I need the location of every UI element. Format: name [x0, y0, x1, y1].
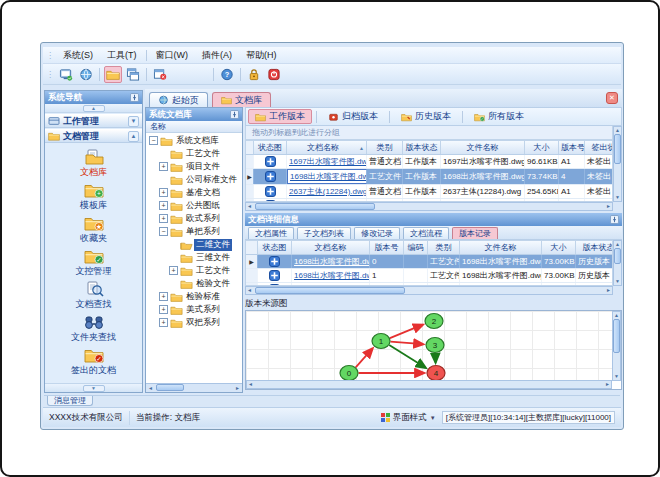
tree-column-header[interactable]: 名称	[146, 121, 242, 133]
tree-node-10[interactable]: +工艺文件	[146, 264, 242, 277]
table-row[interactable]: 2637主体(12284).dwg普通文档工作版本2637主体(12284).d…	[246, 185, 612, 199]
toolbar-button-globe-icon[interactable]	[77, 66, 95, 83]
scroll-thumb[interactable]	[614, 134, 621, 164]
version-node-3[interactable]: 3	[426, 338, 444, 353]
cell[interactable]: 2637主体(12284).dwg	[287, 185, 367, 198]
sidebar-item-0[interactable]: 文档库	[49, 147, 139, 180]
tree-node-7[interactable]: −单把系列	[146, 225, 242, 238]
column-header[interactable]: 文件名称	[441, 141, 525, 154]
expand-icon[interactable]: +	[169, 266, 178, 275]
version-node-4[interactable]: 4	[427, 366, 445, 381]
scroll-thumb[interactable]	[255, 203, 375, 210]
tree-node-14[interactable]: +双把系列	[146, 316, 242, 329]
column-header[interactable]: 版本号	[559, 141, 585, 154]
toolbar-button-open-folder-icon[interactable]	[104, 66, 122, 83]
expand-button[interactable]: ▼	[83, 385, 105, 392]
menu-item-1[interactable]: 工具(T)	[100, 49, 144, 61]
collapse-icon[interactable]: −	[149, 136, 158, 145]
column-header[interactable]: 大小	[542, 241, 576, 254]
sidebar-item-5[interactable]: 文件夹查找	[49, 312, 139, 345]
documents-grid-vscrollbar[interactable]: ▲ ▼	[613, 126, 622, 202]
tree-node-4[interactable]: +基准文档	[146, 186, 242, 199]
scroll-right-icon[interactable]: ►	[605, 287, 612, 294]
version-filter-0[interactable]: 工作版本	[248, 109, 312, 124]
pin-icon[interactable]	[610, 215, 619, 224]
scroll-left-icon[interactable]: ◄	[147, 385, 154, 392]
tree-node-11[interactable]: 检验文件	[146, 277, 242, 290]
interface-style-dropdown[interactable]: 界面样式 ▼	[375, 411, 442, 425]
sidebar-item-1[interactable]: +模板库	[49, 180, 139, 213]
column-header[interactable]: 类别	[428, 241, 460, 254]
toolbar-button-help-icon[interactable]: ?	[218, 66, 236, 83]
sidebar-item-4[interactable]: 文档查找	[49, 279, 139, 312]
column-header[interactable]: 版本状态	[576, 241, 613, 254]
sidebar-group-1[interactable]: 文档管理▲	[45, 129, 142, 143]
tree-node-13[interactable]: +美式系列	[146, 303, 242, 316]
scroll-right-icon[interactable]: ►	[234, 385, 241, 392]
menu-item-2[interactable]: 窗口(W)	[149, 49, 196, 61]
scroll-down-icon[interactable]: ▼	[614, 278, 621, 285]
cell[interactable]: 1697出水嘴零件图.dwg	[287, 155, 367, 168]
version-node-2[interactable]: 2	[425, 314, 443, 329]
expand-icon[interactable]: +	[159, 292, 168, 301]
scroll-thumb[interactable]	[255, 287, 405, 294]
column-header[interactable]: 类别	[367, 141, 403, 154]
sidebar-item-3[interactable]: ✓文控管理	[49, 246, 139, 279]
document-link[interactable]: 1698出水嘴零件图.dwg	[290, 171, 367, 182]
details-tab-2[interactable]: 修改记录	[354, 227, 400, 239]
scroll-right-icon[interactable]: ►	[605, 203, 612, 210]
chevron-down-icon[interactable]: ▼	[128, 116, 139, 127]
scroll-left-icon[interactable]: ◄	[246, 203, 253, 210]
table-row[interactable]: 1697出水嘴零件图.dwg普通文档工作版本1697出水嘴零件图.dwg96.6…	[246, 155, 612, 169]
toolbar-button-desktop-icon[interactable]	[57, 66, 75, 83]
tree-node-12[interactable]: +检验标准	[146, 290, 242, 303]
column-header[interactable]: 大小	[525, 141, 559, 154]
expand-icon[interactable]: +	[159, 162, 168, 171]
expand-icon[interactable]: +	[159, 188, 168, 197]
scroll-left-icon[interactable]: ◄	[247, 381, 254, 388]
tree-node-5[interactable]: +公共图纸	[146, 199, 242, 212]
version-filter-1[interactable]: 归档版本	[321, 109, 385, 124]
tab-0[interactable]: 起始页	[149, 92, 208, 107]
table-row[interactable]: ▶1698出水嘴零件图.dwg0工艺文件1698出水嘴零件图.dwg73.00K…	[246, 255, 612, 269]
version-graph-canvas[interactable]: 01234	[246, 311, 612, 381]
tree-node-3[interactable]: 公司标准文件	[146, 173, 242, 186]
collapse-button[interactable]: ▲	[83, 105, 105, 112]
tab-1[interactable]: 文档库	[212, 92, 271, 107]
scroll-down-icon[interactable]: ▼	[614, 194, 621, 201]
scroll-right-icon[interactable]: ►	[604, 381, 611, 388]
document-link[interactable]: 2637主体(12284).dwg	[289, 186, 367, 197]
cell[interactable]: 1698出水嘴零件图.dwg	[292, 269, 370, 282]
sidebar-group-0[interactable]: 工作管理▼	[45, 114, 142, 128]
details-tab-1[interactable]: 子文档列表	[297, 227, 351, 239]
scroll-up-icon[interactable]: ▲	[614, 241, 621, 248]
scroll-thumb[interactable]	[156, 384, 184, 391]
column-header[interactable]: 文档名称	[292, 241, 370, 254]
tab-message-manage[interactable]: 消息管理	[47, 396, 93, 406]
column-header[interactable]: 编码	[404, 241, 428, 254]
toolbar-button-windows-icon[interactable]	[124, 66, 142, 83]
details-tab-4[interactable]: 版本记录	[452, 227, 498, 239]
details-tab-0[interactable]: 文档属性	[248, 227, 294, 239]
details-tab-3[interactable]: 文档流程	[403, 227, 449, 239]
menu-item-4[interactable]: 帮助(H)	[239, 49, 284, 61]
table-row[interactable]: ▶1698出水嘴零件图.dwg工艺文件工作版本1698出水嘴零件图.dwg73.…	[246, 169, 612, 185]
sidebar-expand-strip[interactable]: ▼	[45, 383, 142, 392]
version-filter-3[interactable]: ✓所有版本	[467, 109, 531, 124]
column-header[interactable]: 版本号	[370, 241, 404, 254]
pin-icon[interactable]	[130, 93, 139, 102]
menu-item-0[interactable]: 系统(S)	[56, 49, 100, 61]
scroll-thumb[interactable]	[613, 319, 620, 353]
column-header[interactable]: 文档名称▲	[287, 141, 367, 154]
column-header[interactable]: 状态图	[258, 241, 292, 254]
menu-item-3[interactable]: 插件(A)	[195, 49, 239, 61]
column-header[interactable]: 版本状态	[403, 141, 441, 154]
tree-node-8[interactable]: 二维文件	[146, 238, 242, 251]
scroll-up-icon[interactable]: ▲	[614, 127, 621, 134]
column-header[interactable]: 签出状态	[585, 141, 613, 154]
tree-node-9[interactable]: 三维文件	[146, 251, 242, 264]
toolbar-button-close-window-icon[interactable]	[151, 66, 169, 83]
tree-node-0[interactable]: −系统文档库	[146, 134, 242, 147]
versions-grid-hscrollbar[interactable]: ◄ ►	[245, 286, 613, 295]
version-node-0[interactable]: 0	[340, 366, 358, 381]
